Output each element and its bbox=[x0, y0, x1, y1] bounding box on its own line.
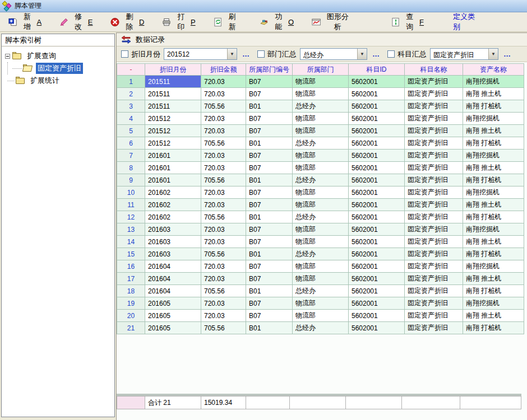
row-number[interactable]: 14 bbox=[117, 236, 145, 248]
table-cell[interactable]: 南翔 推土机 bbox=[463, 236, 524, 248]
column-header-index[interactable]: - bbox=[117, 64, 145, 76]
table-cell[interactable]: 固定资产折旧 bbox=[405, 100, 463, 113]
table-cell[interactable]: 物流部 bbox=[293, 260, 349, 273]
table-cell[interactable]: 5602001 bbox=[349, 285, 405, 297]
table-cell[interactable]: 总经办 bbox=[293, 322, 349, 334]
table-cell[interactable]: B07 bbox=[246, 260, 293, 273]
row-number[interactable]: 16 bbox=[117, 260, 145, 273]
table-cell[interactable]: 705.56 bbox=[201, 137, 246, 150]
table-cell[interactable]: 固定资产折旧 bbox=[405, 223, 463, 236]
table-cell[interactable]: 南翔 推土机 bbox=[463, 310, 524, 322]
table-cell[interactable]: 物流部 bbox=[293, 162, 349, 174]
table-cell[interactable]: 201511 bbox=[145, 88, 201, 100]
table-cell[interactable]: 5602001 bbox=[349, 273, 405, 285]
table-cell[interactable]: 5602001 bbox=[349, 186, 405, 199]
table-cell[interactable]: B07 bbox=[246, 125, 293, 137]
table-cell[interactable]: 固定资产折旧 bbox=[405, 260, 463, 273]
table-cell[interactable]: B07 bbox=[246, 199, 293, 211]
table-cell[interactable]: 201603 bbox=[145, 248, 201, 260]
table-cell[interactable]: 201511 bbox=[145, 76, 201, 88]
table-cell[interactable]: 720.03 bbox=[201, 88, 246, 100]
table-cell[interactable]: 南翔 打桩机 bbox=[463, 248, 524, 260]
row-number[interactable]: 10 bbox=[117, 186, 145, 199]
table-cell[interactable]: 720.03 bbox=[201, 260, 246, 273]
table-cell[interactable]: 5602001 bbox=[349, 236, 405, 248]
table-cell[interactable]: 5602001 bbox=[349, 248, 405, 260]
row-number[interactable]: 13 bbox=[117, 223, 145, 236]
table-cell[interactable]: B07 bbox=[246, 88, 293, 100]
table-cell[interactable]: 南翔挖掘机 bbox=[463, 150, 524, 162]
table-cell[interactable]: 201604 bbox=[145, 260, 201, 273]
table-cell[interactable]: 总经办 bbox=[293, 285, 349, 297]
table-cell[interactable]: 5602001 bbox=[349, 137, 405, 150]
table-cell[interactable]: 5602001 bbox=[349, 297, 405, 310]
department-summary-checkbox[interactable] bbox=[257, 50, 265, 58]
column-header-subject-id[interactable]: 科目ID bbox=[349, 64, 405, 76]
table-cell[interactable]: 南翔挖掘机 bbox=[463, 76, 524, 88]
table-cell[interactable]: 5602001 bbox=[349, 310, 405, 322]
tree-item-extended-statistics[interactable]: 扩展统计 bbox=[3, 74, 113, 87]
table-cell[interactable]: B07 bbox=[246, 113, 293, 125]
row-number[interactable]: 17 bbox=[117, 273, 145, 285]
chart-analysis-button[interactable]: 图形分析 bbox=[307, 10, 357, 34]
table-cell[interactable]: 5602001 bbox=[349, 322, 405, 334]
table-cell[interactable]: 物流部 bbox=[293, 236, 349, 248]
table-cell[interactable]: 固定资产折旧 bbox=[405, 211, 463, 223]
table-cell[interactable]: 南翔 推土机 bbox=[463, 199, 524, 211]
table-cell[interactable]: B01 bbox=[246, 211, 293, 223]
column-header-month[interactable]: 折旧月份 bbox=[145, 64, 201, 76]
table-cell[interactable]: 705.56 bbox=[201, 174, 246, 186]
table-cell[interactable]: B01 bbox=[246, 248, 293, 260]
table-cell[interactable]: 总经办 bbox=[293, 100, 349, 113]
subject-summary-more-button[interactable]: … bbox=[502, 50, 513, 58]
table-cell[interactable]: 201602 bbox=[145, 199, 201, 211]
department-summary-combobox[interactable]: 总经办 ▼ bbox=[300, 48, 367, 60]
table-cell[interactable]: B01 bbox=[246, 100, 293, 113]
table-cell[interactable]: 5602001 bbox=[349, 260, 405, 273]
row-number[interactable]: 12 bbox=[117, 211, 145, 223]
table-cell[interactable]: 201601 bbox=[145, 162, 201, 174]
table-cell[interactable]: 南翔挖掘机 bbox=[463, 260, 524, 273]
table-cell[interactable]: 总经办 bbox=[293, 174, 349, 186]
table-cell[interactable]: 201511 bbox=[145, 100, 201, 113]
depreciation-month-checkbox[interactable] bbox=[121, 50, 128, 58]
table-cell[interactable]: 固定资产折旧 bbox=[405, 174, 463, 186]
table-cell[interactable]: 总经办 bbox=[293, 211, 349, 223]
table-cell[interactable]: B07 bbox=[246, 150, 293, 162]
table-cell[interactable]: 固定资产折旧 bbox=[405, 113, 463, 125]
add-button[interactable]: 新增A bbox=[3, 10, 47, 34]
table-cell[interactable]: 720.03 bbox=[201, 199, 246, 211]
column-header-dept-code[interactable]: 所属部门编号 bbox=[246, 64, 293, 76]
table-cell[interactable]: 720.03 bbox=[201, 76, 246, 88]
table-cell[interactable]: 201605 bbox=[145, 322, 201, 334]
table-cell[interactable]: 201602 bbox=[145, 186, 201, 199]
table-cell[interactable]: 固定资产折旧 bbox=[405, 125, 463, 137]
table-cell[interactable]: B07 bbox=[246, 186, 293, 199]
table-cell[interactable]: 南翔挖掘机 bbox=[463, 223, 524, 236]
column-header-dept[interactable]: 所属部门 bbox=[293, 64, 349, 76]
table-cell[interactable]: 固定资产折旧 bbox=[405, 137, 463, 150]
table-cell[interactable]: 201602 bbox=[145, 211, 201, 223]
collapse-icon[interactable] bbox=[5, 54, 10, 59]
table-cell[interactable]: 720.03 bbox=[201, 150, 246, 162]
table-cell[interactable]: 物流部 bbox=[293, 297, 349, 310]
table-cell[interactable]: 201604 bbox=[145, 273, 201, 285]
table-cell[interactable]: 总经办 bbox=[293, 248, 349, 260]
table-cell[interactable]: 物流部 bbox=[293, 113, 349, 125]
row-number[interactable]: 20 bbox=[117, 310, 145, 322]
table-cell[interactable]: 201601 bbox=[145, 150, 201, 162]
table-cell[interactable]: 5602001 bbox=[349, 150, 405, 162]
table-cell[interactable]: 固定资产折旧 bbox=[405, 236, 463, 248]
chevron-down-icon[interactable]: ▼ bbox=[488, 49, 498, 59]
table-cell[interactable]: 720.03 bbox=[201, 223, 246, 236]
table-cell[interactable]: 固定资产折旧 bbox=[405, 248, 463, 260]
table-cell[interactable]: 南翔 推土机 bbox=[463, 273, 524, 285]
table-cell[interactable]: 5602001 bbox=[349, 211, 405, 223]
row-number[interactable]: 3 bbox=[117, 100, 145, 113]
table-cell[interactable]: 720.03 bbox=[201, 113, 246, 125]
table-cell[interactable]: B07 bbox=[246, 236, 293, 248]
table-cell[interactable]: 5602001 bbox=[349, 100, 405, 113]
subject-summary-checkbox[interactable] bbox=[387, 50, 395, 58]
table-cell[interactable]: 201512 bbox=[145, 125, 201, 137]
table-cell[interactable]: 201604 bbox=[145, 285, 201, 297]
